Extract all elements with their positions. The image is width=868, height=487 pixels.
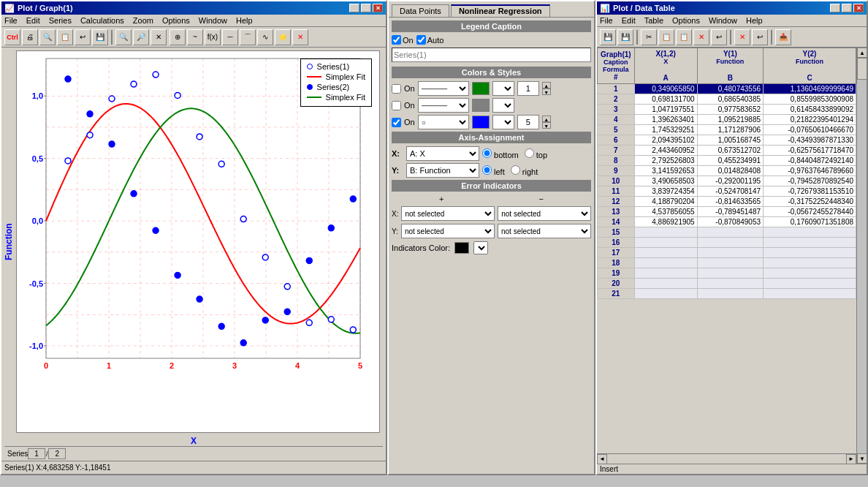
menu-options[interactable]: Options [162,16,190,25]
table-row[interactable]: 11 3,839724354 -0,524708147 -0,726793811… [598,186,856,197]
toolbar-btn-5[interactable]: ↩ [75,29,91,45]
toolbar-btn-3[interactable]: 🔍 [39,29,56,45]
menu-edit[interactable]: Edit [26,16,40,25]
table-row[interactable]: 9 3,141592653 0,014828408 -0,97637646789… [598,166,856,176]
x-bottom-radio-label[interactable]: bottom [482,148,519,159]
table-row[interactable]: 20 [598,279,856,289]
toolbar-btn-12[interactable]: f(x) [205,29,221,45]
series-tab-2[interactable]: 2 [48,448,66,459]
num-input-1[interactable] [517,81,539,96]
table-menu-file[interactable]: File [600,16,613,25]
minimize-button[interactable]: _ [349,4,359,12]
indicators-color-select[interactable] [473,241,488,254]
toolbar-btn-8[interactable]: 🔎 [133,29,149,45]
toolbar-btn-16[interactable]: ⭐ [275,29,291,45]
legend-on-checkbox-label[interactable]: On [392,35,414,45]
table-tb-9[interactable]: ↩ [752,29,768,45]
x-top-radio[interactable] [525,148,534,158]
color-row2-checkbox[interactable] [392,101,401,110]
y-error-plus-select[interactable]: not selected [401,224,495,238]
table-row[interactable]: 19 [598,268,856,279]
shape-select-3[interactable]: ○ [418,115,469,129]
table-tb-6[interactable]: ✕ [693,29,709,45]
color-row1-checkbox[interactable] [392,84,401,94]
table-row[interactable]: 14 4,886921905 -0,870849053 0,1760907135… [598,217,856,227]
toolbar-btn-6[interactable]: 💾 [92,29,108,45]
table-row[interactable]: 2 0,698131700 0,686540385 0,855998530909… [598,94,856,105]
table-menu-options[interactable]: Options [672,16,700,25]
table-maximize-button[interactable]: □ [842,4,852,12]
menu-calculations[interactable]: Calculations [80,16,124,25]
toolbar-btn-4[interactable]: 📋 [57,29,73,45]
y-right-radio-label[interactable]: right [511,165,538,176]
legend-auto-checkbox-label[interactable]: Auto [416,35,444,45]
table-close-button[interactable]: ✕ [853,4,864,12]
color-row3-checkbox[interactable] [392,118,401,127]
menu-file[interactable]: File [4,16,18,25]
toolbar-btn-17[interactable]: ✕ [292,29,308,45]
table-tb-10[interactable]: 📥 [775,29,791,45]
spin-up-3[interactable]: ▲ [542,116,551,122]
fill-color-btn-3[interactable] [472,116,490,129]
tab-data-points[interactable]: Data Points [392,4,449,17]
table-row[interactable]: 3 1,047197551 0,977583652 0,614584338990… [598,105,856,115]
table-tb-8[interactable]: ✕ [734,29,750,45]
spin-down-1[interactable]: ▼ [542,88,551,95]
table-minimize-button[interactable]: _ [830,4,840,12]
table-vscrollbar[interactable]: ▲ ▼ [856,48,867,464]
table-row[interactable]: 6 2,094395102 1,005168745 -0,43493987871… [598,135,856,146]
toolbar-btn-10[interactable]: ⊕ [170,29,186,45]
toolbar-btn-7[interactable]: 🔍 [115,29,132,45]
table-tb-5[interactable]: 📋 [676,29,692,45]
series-tab-1[interactable]: 1 [28,448,45,459]
table-row[interactable]: 10 3,490658503 -0,292001195 -0,794528708… [598,176,856,186]
menu-window[interactable]: Window [199,16,227,25]
vscroll-up[interactable]: ▲ [857,48,867,58]
table-menu-window[interactable]: Window [709,16,737,25]
table-menu-help[interactable]: Help [746,16,763,25]
x-top-radio-label[interactable]: top [525,148,547,159]
table-tb-7[interactable]: ↩ [711,29,727,45]
table-row[interactable]: 13 4,537856055 -0,789451487 -0,056724552… [598,207,856,217]
toolbar-btn-14[interactable]: ⌒ [240,29,256,45]
fill-color-btn-1[interactable] [472,82,490,95]
color-select-1b[interactable] [492,81,514,96]
spin-down-3[interactable]: ▼ [542,122,551,129]
tab-nonlinear-regression[interactable]: Nonlinear Regression [451,4,550,17]
legend-on-checkbox[interactable] [392,35,401,45]
toolbar-btn-13[interactable]: ─ [222,29,238,45]
y-left-radio[interactable] [482,165,492,175]
table-row[interactable]: 5 1,745329251 1,171287906 -0,07650610466… [598,125,856,135]
toolbar-btn-11[interactable]: ~ [187,29,203,45]
num-input-3[interactable] [517,115,539,129]
y-right-radio[interactable] [511,165,520,175]
line-style-select-2[interactable]: ───── [418,98,469,113]
table-row[interactable]: 4 1,396263401 1,095219885 0,218223954012… [598,115,856,125]
x-axis-select[interactable]: A: X [406,146,479,161]
table-row[interactable]: 15 [598,227,856,238]
table-tb-4[interactable]: 📋 [658,29,674,45]
table-row[interactable]: 16 [598,238,856,248]
table-scroll-area[interactable]: Graph(1) Caption Formula # X(1,2) X A [597,48,856,453]
menu-series[interactable]: Series [49,16,72,25]
y-error-minus-select[interactable]: not selected [498,224,591,238]
maximize-button[interactable]: □ [361,4,371,12]
vscroll-thumb[interactable] [857,58,867,80]
graph-canvas-area[interactable]: Series(1) Simplex Fit Series(2) Simplex … [16,50,380,433]
color-select-3b[interactable] [492,115,514,129]
table-tb-2[interactable]: 💾 [617,29,633,45]
table-menu-table[interactable]: Table [644,16,663,25]
hscroll-right[interactable]: ► [846,454,856,464]
table-hscrollbar[interactable]: ◄ ► [597,453,856,464]
table-row[interactable]: 18 [598,258,856,268]
color-select-2b[interactable] [492,98,514,113]
table-row[interactable]: 21 [598,289,856,299]
vscroll-down[interactable]: ▼ [857,453,867,464]
table-row[interactable]: 12 4,188790204 -0,814633565 -0,317522524… [598,197,856,207]
hscroll-left[interactable]: ◄ [597,454,607,464]
table-row[interactable]: 17 [598,248,856,258]
y-axis-select[interactable]: B: Function [406,163,479,178]
toolbar-btn-2[interactable]: 🖨 [22,29,38,45]
indicators-color-btn[interactable] [454,242,469,254]
y-left-radio-label[interactable]: left [482,165,505,176]
